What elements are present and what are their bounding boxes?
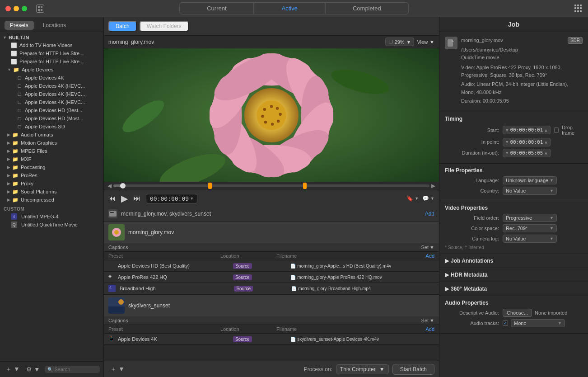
start-time-up[interactable]: ▲	[545, 128, 547, 132]
tab-batch[interactable]: Batch	[108, 21, 137, 32]
sidebar-item-apple-devices[interactable]: ▼ 📁 Apple Devices	[0, 66, 103, 74]
sidebar-item-apple-hevc2[interactable]: □ Apple Devices 4K (HEVC...	[0, 90, 103, 98]
sidebar-item-apple-hd-best[interactable]: □ Apple Devices HD (Best...	[0, 106, 103, 114]
preset-row-skydiver-0[interactable]: 📱 Apple Devices 4K Source 📄 skydivers_su…	[104, 334, 439, 345]
360-metadata-toggle[interactable]: ▶ 360° Metadata	[445, 286, 583, 292]
sidebar-item-apple-sd[interactable]: □ Apple Devices SD	[0, 123, 103, 131]
audio-tracks-checkbox[interactable]: ✓	[503, 320, 508, 326]
sidebar-item-label: Apple Devices 4K (HEVC...	[25, 99, 85, 105]
batch-add-button[interactable]: Add	[425, 211, 434, 217]
search-input[interactable]	[55, 367, 98, 372]
inferred-note: * Source, † Inferred	[445, 245, 583, 250]
sidebar-item-motion-graphics[interactable]: ▶ 📁 Motion Graphics	[0, 139, 103, 147]
bookmark-icon: 🔖	[406, 195, 413, 202]
play-button[interactable]: ▶	[121, 193, 128, 204]
sidebar-item-audio-formats[interactable]: ▶ 📁 Audio Formats	[0, 131, 103, 139]
sidebar-item-apple-hevc1[interactable]: □ Apple Devices 4K (HEVC...	[0, 82, 103, 90]
sidebar-item-uncompressed[interactable]: ▶ 📁 Uncompressed	[0, 196, 103, 204]
view-button[interactable]: View ▼	[417, 39, 434, 45]
inpoint-label: In point:	[445, 139, 499, 145]
file-row-skydivers[interactable]: skydivers_sunset	[104, 295, 439, 316]
settings-button[interactable]: ⚙ ▼	[24, 365, 42, 374]
preset-loc-1: Source	[233, 274, 290, 280]
scrubber-track[interactable]	[113, 184, 429, 187]
sidebar-item-apple-hd-most[interactable]: □ Apple Devices HD (Most...	[0, 114, 103, 123]
sidebar-tab-locations[interactable]: Locations	[37, 21, 71, 30]
preset-row-0[interactable]: Apple Devices HD (Best Quality) Source 📄…	[104, 260, 439, 272]
tab-completed[interactable]: Completed	[325, 2, 409, 14]
built-in-section[interactable]: ▼ BUILT-IN	[0, 34, 103, 41]
zoom-control[interactable]: ☐ 29% ▼	[385, 38, 415, 46]
audio-properties-section: Audio Properties Descriptive Audio: Choo…	[439, 296, 588, 334]
inpoint-up[interactable]: ▲	[545, 140, 547, 144]
window-tile-icon[interactable]	[36, 5, 44, 13]
sidebar-item-prores[interactable]: ▶ 📁 ProRes	[0, 171, 103, 179]
computer-selector[interactable]: This Computer ▼	[336, 364, 389, 374]
minimize-button[interactable]	[14, 6, 19, 11]
sidebar-item-proxy[interactable]: ▶ 📁 Proxy	[0, 179, 103, 188]
job-video-info: Video: Apple ProRes 422 Proxy, 1920 x 10…	[461, 64, 583, 80]
scrubber-thumb[interactable]	[120, 183, 126, 188]
preset-row-1[interactable]: ◈ Apple ProRes 422 HQ Source 📄 morning_g…	[104, 272, 439, 283]
sidebar-item-apple-4k[interactable]: □ Apple Devices 4K	[0, 74, 103, 82]
chevron-down-icon: ▼	[550, 188, 554, 193]
sidebar-item-http2[interactable]: ⬜ Prepare for HTTP Live Stre...	[0, 57, 103, 66]
drop-frame-checkbox[interactable]	[554, 127, 559, 133]
skip-forward-button[interactable]: ⏭	[133, 194, 140, 203]
sidebar-item-mxf[interactable]: ▶ 📁 MXF	[0, 155, 103, 163]
inpoint-value[interactable]: ▼ 00:00:00:01 ▲	[503, 138, 551, 146]
close-button[interactable]	[5, 6, 11, 11]
timing-section: Timing Start: ▼ 00:00:00:01 ▲ Drop frame…	[439, 112, 588, 164]
sidebar-item-social[interactable]: ▶ 📁 Social Platforms	[0, 188, 103, 196]
color-space-dropdown[interactable]: Rec. 709* ▼	[503, 224, 557, 232]
duration-up[interactable]: ▲	[545, 151, 547, 155]
start-value[interactable]: ▼ 00:00:00:01 ▲	[503, 126, 551, 134]
view-label: View	[417, 39, 428, 45]
sidebar-item-untitled-mpeg[interactable]: 4 Untitled MPEG-4	[0, 212, 103, 221]
file-item-skydivers: skydivers_sunset Captions Set ▼ Preset L…	[104, 295, 439, 345]
file-icon: 📄	[290, 337, 296, 342]
sidebar-item-apple-hevc3[interactable]: □ Apple Devices 4K (HEVC...	[0, 98, 103, 106]
choose-audio-button[interactable]: Choose...	[503, 309, 532, 317]
grid-view-icon[interactable]	[574, 4, 583, 13]
start-batch-button[interactable]: Start Batch	[392, 364, 434, 375]
preset-row-2[interactable]: 4 Broadband High Source 📄 morning_glory-…	[104, 283, 439, 294]
tab-active[interactable]: Active	[254, 2, 325, 14]
sidebar-item-untitled-qt[interactable]: Q Untitled QuickTime Movie	[0, 221, 103, 229]
add-preset-button[interactable]: ＋ ▼	[4, 364, 22, 374]
field-order-dropdown[interactable]: Progressive ▼	[503, 214, 557, 222]
video-controls-right: ☐ 29% ▼ View ▼	[385, 38, 434, 46]
sidebar-item-podcasting[interactable]: ▶ 📁 Podcasting	[0, 163, 103, 171]
skip-back-button[interactable]: ⏮	[108, 194, 116, 203]
bookmark-button[interactable]: 🔖 ▼	[406, 195, 419, 202]
file-row-morning-glory[interactable]: morning_glory.mov	[104, 221, 439, 243]
duration-value[interactable]: ▼ 00:00:05:05 ▲	[503, 149, 551, 157]
job-annotations-toggle[interactable]: ▶ Job Annotations	[445, 258, 583, 264]
folder-icon: 📁	[13, 66, 19, 73]
camera-log-dropdown[interactable]: No Value ▼	[503, 235, 557, 243]
bottom-bar: ＋ ▼ Process on: This Computer ▼ Start Ba…	[104, 361, 439, 377]
add-batch-item-button[interactable]: ＋ ▼	[108, 364, 126, 374]
sidebar-item-http1[interactable]: ⬜ Prepare for HTTP Live Stre...	[0, 49, 103, 57]
fullscreen-button[interactable]	[22, 6, 27, 11]
mono-dropdown[interactable]: Mono ▼	[511, 319, 565, 327]
caption-button[interactable]: 💬 ▼	[422, 195, 434, 202]
inpoint-down[interactable]: ▼	[506, 140, 508, 144]
doc-icon: □	[16, 115, 23, 122]
language-dropdown[interactable]: Unknown language ▼	[503, 176, 557, 184]
job-panel-title: Job	[439, 17, 588, 32]
set-captions-button-1[interactable]: Set ▼	[421, 245, 434, 250]
sidebar-tab-presets[interactable]: Presets	[5, 21, 34, 30]
chevron-down-icon: ▼	[7, 67, 11, 72]
start-time-down[interactable]: ▼	[506, 128, 508, 132]
set-captions-button-2[interactable]: Set ▼	[421, 318, 434, 323]
duration-down[interactable]: ▼	[506, 151, 508, 155]
hdr-metadata-toggle[interactable]: ▶ HDR Metadata	[445, 272, 583, 278]
sidebar-item-add-tv[interactable]: ⬜ Add to TV Home Videos	[0, 41, 103, 49]
tab-watch-folders[interactable]: Watch Folders	[140, 21, 189, 32]
country-dropdown[interactable]: No Value ▼	[503, 187, 557, 195]
sidebar-item-mpeg[interactable]: ▶ 📁 MPEG Files	[0, 147, 103, 155]
tab-current[interactable]: Current	[179, 2, 254, 14]
timecode-display[interactable]: 00:00:00:09 ▼	[146, 194, 197, 203]
sidebar-item-label: Apple Devices	[22, 67, 53, 72]
